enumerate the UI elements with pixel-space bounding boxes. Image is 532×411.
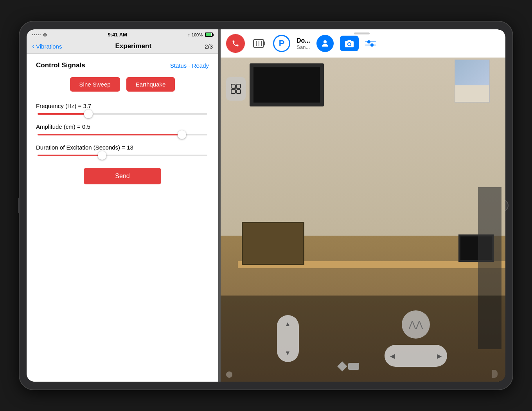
amplitude-label: Amplitude (cm) = 0.5	[36, 123, 209, 130]
down-arrow-icon: ▼	[285, 350, 291, 357]
top-handle	[354, 32, 370, 34]
room-tv	[250, 63, 324, 106]
horizontal-pill-control[interactable]: ◀ ▶	[385, 345, 447, 367]
frequency-slider-fill	[38, 113, 88, 115]
frequency-slider-track[interactable]	[38, 113, 207, 115]
slider-line-1	[365, 41, 376, 42]
ipad-top-bar: P Do... San...	[218, 29, 505, 58]
svg-rect-11	[237, 90, 241, 94]
slider-line-2	[365, 45, 376, 45]
duration-label: Duration of Excitation (Seconds) = 13	[36, 144, 209, 151]
svg-rect-9	[237, 84, 241, 88]
camera-button[interactable]	[340, 36, 359, 51]
nav-page: 2/3	[205, 43, 213, 50]
ipad-right-panel: P Do... San...	[218, 29, 505, 382]
double-up-button[interactable]: ⋀⋀	[402, 310, 430, 339]
right-control-group: ⋀⋀ ◀ ▶	[385, 310, 447, 367]
back-button[interactable]: ‹ Vibrations	[32, 43, 62, 50]
camera-view: ▲ ▼ ⋀⋀ ◀ ▶	[218, 58, 505, 382]
contact-name-group[interactable]: Do... San...	[297, 37, 310, 50]
duration-slider-thumb[interactable]	[98, 151, 106, 160]
back-chevron-icon: ‹	[32, 43, 34, 50]
frequency-label: Frequency (Hz) = 3.7	[36, 103, 209, 109]
battery-status-icon	[251, 36, 267, 51]
iphone-panel: ••••• ⊛ 9:41 AM ↑ 100% ‹ Vibrations	[27, 29, 218, 382]
cam-overlay-icon	[226, 77, 246, 101]
poster-image	[455, 60, 489, 85]
ipad-shell: ••••• ⊛ 9:41 AM ↑ 100% ‹ Vibrations	[20, 22, 512, 389]
parking-letter: P	[279, 38, 285, 49]
iphone-nav-bar: ‹ Vibrations Experiment 2/3	[27, 39, 218, 54]
earthquake-button[interactable]: Earthquake	[126, 77, 175, 92]
status-time: 9:41 AM	[108, 32, 127, 38]
location-icon: ↑	[188, 32, 190, 37]
battery-pct: 100%	[192, 32, 203, 37]
vertical-pill-control[interactable]: ▲ ▼	[277, 315, 299, 362]
amplitude-slider-fill	[38, 134, 182, 135]
iphone-status-bar: ••••• ⊛ 9:41 AM ↑ 100%	[27, 29, 218, 39]
room-poster	[455, 59, 490, 103]
settings-sliders-icon[interactable]	[365, 41, 376, 45]
back-label: Vibrations	[36, 43, 62, 50]
status-left: ••••• ⊛	[32, 32, 47, 38]
controls-overlay: ▲ ▼ ⋀⋀ ◀ ▶	[218, 296, 505, 382]
end-call-button[interactable]	[226, 34, 245, 53]
signal-buttons-group: Sine Sweep Earthquake	[36, 77, 209, 92]
double-up-icon: ⋀⋀	[409, 319, 423, 330]
duration-slider-fill	[38, 155, 102, 156]
duration-slider-track[interactable]	[38, 155, 207, 156]
send-btn-wrapper: Send	[36, 168, 209, 184]
nav-title: Experiment	[115, 42, 151, 50]
frequency-slider-thumb[interactable]	[84, 110, 93, 118]
ipad-side-button[interactable]	[18, 198, 20, 213]
svg-point-5	[324, 40, 327, 43]
svg-rect-10	[231, 90, 235, 94]
contact-sub: San...	[297, 44, 310, 50]
wifi-icon: ⊛	[43, 32, 47, 38]
svg-rect-1	[264, 42, 265, 45]
left-arrow-icon: ◀	[390, 352, 395, 360]
right-arrow-icon: ▶	[437, 352, 442, 360]
amplitude-param: Amplitude (cm) = 0.5	[36, 123, 209, 135]
status-ready-text: Status - Ready	[170, 62, 209, 69]
contact-name: Do...	[297, 37, 310, 44]
iphone-content: Control Signals Status - Ready Sine Swee…	[27, 54, 218, 382]
rect-control[interactable]	[348, 363, 359, 370]
signal-dots: •••••	[32, 33, 41, 36]
amplitude-slider-thumb[interactable]	[178, 130, 186, 139]
diamond-controls	[339, 363, 359, 370]
equipment-box	[242, 222, 304, 265]
vertical-dpad: ▲ ▼	[277, 315, 299, 362]
amplitude-slider-track[interactable]	[38, 134, 207, 135]
battery-icon	[205, 32, 213, 37]
control-signals-header: Control Signals Status - Ready	[36, 61, 209, 69]
avatar-icon[interactable]	[316, 35, 334, 52]
up-arrow-icon: ▲	[285, 321, 291, 328]
sine-sweep-button[interactable]: Sine Sweep	[70, 77, 120, 92]
svg-rect-8	[231, 84, 235, 88]
slider-knob-2	[370, 43, 374, 47]
section-title: Control Signals	[36, 61, 85, 69]
duration-param: Duration of Excitation (Seconds) = 13	[36, 144, 209, 156]
parking-icon[interactable]: P	[273, 35, 290, 52]
send-button[interactable]: Send	[84, 168, 161, 184]
split-view-divider[interactable]	[218, 29, 221, 382]
frequency-param: Frequency (Hz) = 3.7	[36, 103, 209, 115]
bottom-left-indicator	[226, 371, 232, 378]
slider-knob-1	[367, 40, 370, 43]
ipad-screen: ••••• ⊛ 9:41 AM ↑ 100% ‹ Vibrations	[27, 29, 505, 382]
status-right: ↑ 100%	[188, 32, 213, 37]
bottom-right-indicator	[492, 370, 498, 378]
diamond-control-1[interactable]	[338, 361, 347, 371]
